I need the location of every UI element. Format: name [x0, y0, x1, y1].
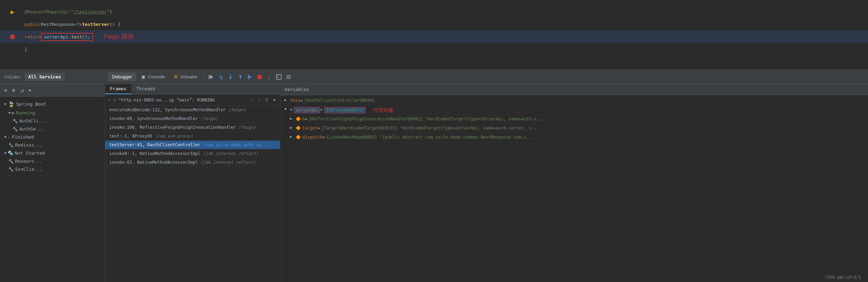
frame-method-6: invoke:62, NativeMethodAccessorImpl: [109, 160, 200, 165]
resource-icon: 🔧: [8, 159, 14, 164]
more-btn[interactable]: ⋮: [264, 73, 274, 81]
dispatch-icon: 🔶: [296, 135, 301, 140]
expand-arrow-notstarted: ▼: [4, 151, 6, 155]
frame-item-4[interactable]: testServer:41, OauthClientController (co…: [105, 141, 280, 149]
frame-item-2[interactable]: invoke:100, ReflectiveFeign$FeignInvocat…: [105, 123, 280, 132]
line-gutter-3: [0, 34, 19, 39]
tree-running[interactable]: ▼ ▶ Running: [0, 109, 105, 117]
expand-arrow-finished: ▼: [4, 135, 6, 139]
step-into-btn[interactable]: [226, 73, 235, 81]
list-icon-2[interactable]: ⊞: [11, 87, 16, 94]
code-line-4: }: [0, 43, 868, 56]
variables-list: ▶ this = {OauthClientController@8840} ▼ …: [280, 95, 868, 282]
frame-item-0[interactable]: executeAndDecode:112, SynchronousMethodH…: [105, 106, 280, 114]
actuator-tab[interactable]: ⚙ Actuator: [170, 72, 201, 81]
finished-label: Finished: [12, 134, 34, 140]
step-out-btn[interactable]: [236, 73, 245, 81]
spring-icon: 🍃: [8, 101, 15, 107]
code-line-3: return serverApi.test(); Feign 调用: [0, 30, 868, 43]
var-name-dispatch: dispatch: [302, 135, 323, 140]
all-services-tab[interactable]: All Services: [25, 73, 65, 81]
var-serverapi[interactable]: ▼ ∞ serverApi = {$Proxy96@8841} 代理对象: [280, 106, 868, 115]
frame-pkg-2: (feign): [238, 125, 256, 130]
list-icon-1[interactable]: ≡: [3, 87, 8, 94]
svg-text:⋮: ⋮: [267, 75, 271, 80]
evaluate-btn[interactable]: f: [274, 73, 283, 81]
var-val-target: {Target$HardCodedTarget@10115} "HardCode…: [322, 126, 539, 131]
frame-item-1[interactable]: invoke:89, SynchronousMethodHandler (fei…: [105, 114, 280, 123]
frame-item-3[interactable]: test:-1, $Proxy96 (com.sun.proxy): [105, 132, 280, 141]
h-icon: 🔶: [296, 117, 301, 121]
var-val-this: {OauthClientController@8840}: [304, 98, 375, 103]
thread-up-btn[interactable]: ↑: [249, 97, 255, 104]
var-eq-h: =: [305, 117, 307, 121]
code-line-1: ▶ @RequestMapping(☞"/test/server"): [0, 5, 868, 18]
frame-item-6[interactable]: invoke:62, NativeMethodAccessorImpl (jdk…: [105, 158, 280, 167]
frame-item-5[interactable]: invoke0:-1, NativeMethodAccessorImpl (jd…: [105, 149, 280, 158]
sidebar-tree: ▼ 🍃 Spring Boot ▼ ▶ Running 🔧 AuthCli...…: [0, 97, 105, 176]
services-label: rvices:: [4, 75, 22, 79]
frames-list: executeAndDecode:112, SynchronousMethodH…: [105, 106, 280, 282]
tree-ssoclie[interactable]: 🔧 SsoClie...: [0, 165, 105, 173]
feign-comment: Feign 调用: [104, 33, 134, 41]
var-this[interactable]: ▶ this = {OauthClientController@8840}: [280, 97, 868, 106]
expand-h: ▶: [290, 117, 294, 120]
svg-rect-0: [209, 75, 209, 79]
svg-marker-6: [239, 75, 242, 77]
var-eq-this: =: [300, 98, 303, 103]
tree-authcli[interactable]: 🔧 AuthCli...: [0, 117, 105, 125]
variables-header: Variables: [280, 84, 868, 95]
tree-finished[interactable]: ▼ ✓ Finished: [0, 133, 105, 141]
target-icon: 🔶: [296, 126, 301, 131]
redisso-label: Redissc...: [15, 142, 42, 148]
debug-arrow-1: ▶: [11, 8, 14, 15]
not-started-label: Not Started: [15, 150, 45, 156]
var-target[interactable]: ▶ 🔶 target = {Target$HardCodedTarget@101…: [280, 124, 868, 133]
var-name-target: target: [302, 126, 317, 131]
more-icon[interactable]: ▶: [28, 87, 33, 93]
console-tab[interactable]: ▣ Console: [137, 72, 169, 81]
resource-label: Resourc...: [15, 158, 42, 164]
thread-more-btn[interactable]: ▾: [271, 97, 277, 104]
run-to-cursor-btn[interactable]: [246, 73, 255, 81]
settings-btn[interactable]: [284, 73, 293, 81]
status-text: CSDN @超人@不会飞: [826, 275, 861, 280]
stop-btn[interactable]: [255, 73, 264, 81]
tree-spring-boot[interactable]: ▼ 🍃 Spring Boot: [0, 99, 105, 109]
tree-authse[interactable]: 🔧 AuthSe...: [0, 125, 105, 133]
frames-tab[interactable]: Frames: [105, 84, 131, 94]
thread-filter-btn[interactable]: ▽: [263, 97, 270, 104]
actuator-icon: ⚙: [174, 74, 178, 79]
filter-icon[interactable]: ⊿: [19, 87, 26, 94]
infinity-icon: ∞: [290, 107, 292, 112]
svg-marker-8: [249, 76, 252, 78]
frame-pkg-4: (com.szile.demo.auth.co...: [203, 142, 269, 147]
svg-marker-1: [210, 75, 213, 79]
thread-check: ✓: [108, 97, 111, 103]
frames-toolbar: ✓ ✓ "http-nio-9085-ex...up “main”: RUNNI…: [105, 94, 280, 106]
proxy-comment: 代理对象: [373, 107, 394, 114]
thread-down-btn[interactable]: ↓: [256, 97, 262, 104]
divider-1: [204, 73, 204, 80]
frame-method-4: testServer:41, OauthClientController: [109, 142, 203, 147]
tree-redisso[interactable]: 🔧 Redissc...: [0, 141, 105, 149]
resume-btn[interactable]: [206, 73, 215, 81]
code-lines: ▶ @RequestMapping(☞"/test/server") publi…: [0, 0, 868, 56]
step-over-btn[interactable]: [216, 73, 225, 81]
svg-marker-4: [229, 77, 232, 79]
tree-resource[interactable]: 🔧 Resourc...: [0, 157, 105, 165]
line-gutter-1: ▶: [0, 8, 19, 15]
sso-icon: 🔧: [8, 167, 14, 172]
play-icon: ▶: [12, 110, 15, 115]
var-h[interactable]: ▶ 🔶 h = {ReflectiveFeign$FeignInvocation…: [280, 115, 868, 124]
threads-tab[interactable]: Threads: [131, 84, 160, 94]
frame-method-0: executeAndDecode:112, SynchronousMethodH…: [109, 107, 228, 112]
var-eq-dispatch: =: [323, 135, 325, 140]
annotation-text: @RequestMapping(: [25, 9, 68, 14]
frame-method-3: test:-1, $Proxy96: [109, 134, 155, 139]
var-dispatch[interactable]: ▶ 🔶 dispatch = {LinkedHashMap@8893} "{pu…: [280, 133, 868, 142]
debugger-tab[interactable]: Debugger: [108, 72, 136, 81]
frames-tabs: Frames Threads: [105, 84, 280, 94]
frame-method-1: invoke:89, SynchronousMethodHandler: [109, 116, 200, 121]
tree-not-started[interactable]: ▼ 🔩 Not Started: [0, 149, 105, 157]
